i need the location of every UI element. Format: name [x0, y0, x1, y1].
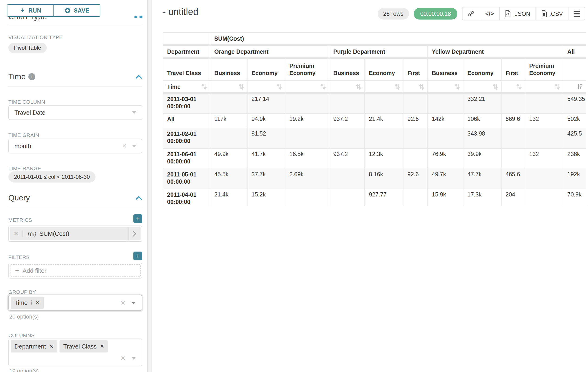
travel-class-cell: Economy — [463, 58, 501, 80]
time-grain-value: month — [14, 142, 31, 150]
remove-chip-icon[interactable]: ✕ — [49, 343, 53, 350]
run-button[interactable]: RUN — [7, 5, 54, 16]
dropdown-arrow-icon[interactable] — [132, 357, 136, 360]
travel-class-cell: Economy — [365, 58, 403, 80]
sort-icon — [320, 84, 326, 90]
value-cell: 17.3k — [463, 189, 501, 206]
value-cell: 217.14 — [247, 93, 285, 114]
value-cell: 49.9k — [210, 149, 247, 169]
query-section-title: Query — [8, 193, 30, 202]
chart-title[interactable]: - untitled — [163, 7, 198, 17]
column-sort-cell[interactable] — [285, 80, 329, 93]
run-button-label: RUN — [28, 7, 41, 14]
caret-down-icon[interactable] — [132, 145, 136, 147]
visualization-type-pill[interactable]: Pivot Table — [8, 43, 47, 53]
value-cell: 19.2k — [285, 114, 329, 128]
remove-metric-icon[interactable]: ✕ — [10, 230, 22, 237]
remove-chip-icon[interactable]: ✕ — [36, 300, 40, 306]
add-filter-button[interactable]: + Add filter — [10, 264, 141, 277]
value-cell: 927.77 — [365, 189, 403, 206]
add-filter-plus-button[interactable]: + — [133, 252, 142, 260]
selected-option-chip[interactable]: Department✕ — [11, 340, 57, 352]
value-cell — [365, 128, 403, 149]
travel-class-cell: Premium Economy — [285, 58, 329, 80]
column-sort-cell[interactable] — [428, 80, 463, 93]
selected-option-chip[interactable]: Travel Class✕ — [60, 340, 108, 352]
time-sort-cell[interactable]: Time — [163, 80, 210, 93]
remove-chip-icon[interactable]: ✕ — [100, 343, 104, 350]
value-cell — [403, 93, 428, 114]
value-cell: 192k — [563, 169, 586, 189]
info-icon: i — [31, 300, 32, 306]
clear-icon[interactable]: ✕ — [120, 299, 126, 307]
dropdown-arrow-icon[interactable] — [132, 302, 136, 304]
select-controls: ✕ — [120, 355, 136, 362]
json-file-icon — [505, 10, 511, 17]
department-group-cell: Purple Department — [329, 45, 428, 58]
columns-select[interactable]: Department✕Travel Class✕ ✕ — [8, 339, 142, 366]
view-query-button[interactable]: </> — [480, 7, 500, 20]
column-sort-cell[interactable] — [525, 80, 563, 93]
export-json-button[interactable]: .JSON — [500, 7, 536, 20]
time-range-pill[interactable]: 2011-01-01 ≤ col < 2011-06-30 — [8, 171, 95, 182]
column-sort-cell[interactable] — [210, 80, 247, 93]
section-divider — [8, 208, 142, 208]
column-sort-cell[interactable] — [463, 80, 501, 93]
superset-explore-screen: Chart Type RUN SAVE VISUALIZATION TYPE P — [0, 0, 588, 372]
value-cell: 142k — [428, 114, 463, 128]
add-filter-label: Add filter — [22, 267, 46, 274]
metrics-label: METRICS — [8, 217, 32, 223]
expand-metric-icon[interactable] — [128, 227, 141, 240]
caret-down-icon[interactable] — [132, 111, 136, 114]
column-sort-cell[interactable] — [247, 80, 285, 93]
pivot-data-row: 2011-03-01 00:00:00217.14332.21549.35 — [163, 93, 586, 114]
time-grain-select[interactable]: month ✕ — [8, 138, 142, 153]
column-sort-cell[interactable] — [365, 80, 403, 93]
value-cell: 2.69k — [285, 169, 329, 189]
function-icon: ƒ(x) — [27, 231, 36, 237]
column-sort-cell[interactable] — [403, 80, 428, 93]
filters-control: + Add filter — [8, 263, 142, 278]
value-cell: 45.5k — [210, 169, 247, 189]
row-label-cell: 2011-06-01 00:00:00 — [163, 149, 210, 169]
travel-class-cell: First — [403, 58, 428, 80]
value-cell: 12.3k — [365, 149, 403, 169]
chevron-up-icon[interactable] — [135, 195, 142, 201]
time-column-select[interactable]: Travel Date — [8, 105, 142, 120]
value-cell: 106k — [463, 114, 501, 128]
add-metric-button[interactable]: + — [133, 214, 142, 223]
share-link-button[interactable] — [462, 7, 480, 20]
sort-by-total-cell[interactable] — [563, 80, 586, 93]
travel-class-cell: Business — [329, 58, 365, 80]
column-sort-cell[interactable] — [501, 80, 525, 93]
pivot-table-container: SUM(Cost) DepartmentOrange DepartmentPur… — [163, 32, 586, 206]
sidebar-scrollbar[interactable] — [147, 0, 151, 372]
value-cell: 21.4k — [365, 114, 403, 128]
save-button[interactable]: SAVE — [54, 5, 100, 16]
column-sort-cell[interactable] — [329, 80, 365, 93]
row-label-cell: 2011-04-01 00:00:00 — [163, 189, 210, 206]
chevron-up-icon[interactable] — [135, 74, 142, 79]
metric-pill[interactable]: ✕ ƒ(x) SUM(Cost) — [10, 227, 141, 240]
metrics-control: ✕ ƒ(x) SUM(Cost) — [8, 225, 142, 242]
hamburger-icon — [574, 11, 580, 17]
value-cell: 21.4k — [210, 189, 247, 206]
info-icon: i — [28, 73, 35, 80]
selected-option-chip[interactable]: Timei✕ — [11, 297, 44, 309]
value-cell — [329, 189, 365, 206]
value-cell — [501, 93, 525, 114]
value-cell: 204 — [501, 189, 525, 206]
row-label-cell: 2011-05-01 00:00:00 — [163, 169, 210, 189]
clear-icon[interactable]: ✕ — [122, 142, 127, 150]
group-by-select[interactable]: Timei✕ ✕ — [8, 295, 142, 311]
export-csv-button[interactable]: .CSV — [536, 7, 568, 20]
menu-button[interactable] — [568, 7, 585, 20]
pivot-table: SUM(Cost) DepartmentOrange DepartmentPur… — [163, 32, 586, 206]
value-cell — [525, 128, 563, 149]
value-cell — [403, 149, 428, 169]
department-group-cell: All — [563, 45, 586, 58]
value-cell — [525, 189, 563, 206]
filters-label-row: FILTERS + — [8, 252, 142, 260]
group-by-options-hint: 20 option(s) — [9, 313, 39, 320]
clear-icon[interactable]: ✕ — [120, 355, 126, 362]
